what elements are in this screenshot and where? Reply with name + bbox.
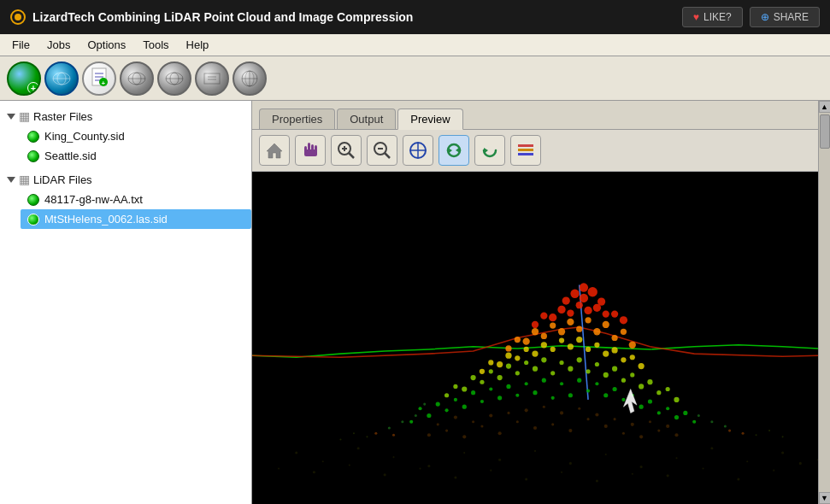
3d-visualization-area[interactable] [252, 172, 818, 504]
svg-point-94 [454, 416, 457, 419]
svg-marker-22 [267, 144, 282, 158]
svg-point-184 [611, 347, 617, 353]
file-tree-panel: ▦ Raster Files King_County.sid Seattle.s… [0, 101, 252, 504]
palette-button[interactable] [510, 135, 541, 166]
svg-marker-40 [484, 148, 488, 154]
scroll-up-arrow[interactable]: ▲ [819, 101, 831, 113]
svg-point-124 [418, 407, 421, 410]
svg-point-158 [524, 360, 528, 365]
raster-files-header[interactable]: ▦ Raster Files [0, 106, 251, 126]
svg-point-53 [569, 462, 572, 465]
file-status-icon-2 [27, 150, 39, 162]
scroll-thumb[interactable] [820, 114, 830, 149]
svg-point-45 [295, 451, 297, 454]
svg-point-208 [557, 306, 565, 314]
svg-point-81 [480, 425, 483, 427]
svg-point-49 [427, 465, 430, 467]
share-label: SHARE [774, 11, 809, 23]
export-button[interactable] [195, 62, 229, 96]
tree-item-seattle[interactable]: Seattle.sid [21, 146, 251, 166]
right-scrollbar[interactable]: ▲ ▼ [818, 101, 830, 504]
svg-point-117 [586, 389, 590, 392]
refresh-button[interactable] [439, 135, 469, 166]
svg-line-31 [349, 153, 354, 158]
globe-lines-icon [52, 72, 71, 85]
menu-help[interactable]: Help [180, 37, 216, 53]
svg-point-164 [630, 372, 634, 377]
document-icon: + [90, 67, 109, 90]
tree-item-king-county[interactable]: King_County.sid [21, 126, 251, 146]
svg-point-146 [550, 371, 555, 375]
svg-point-86 [568, 429, 572, 432]
svg-point-155 [470, 375, 475, 380]
svg-point-147 [568, 366, 573, 372]
reset-button[interactable] [474, 135, 505, 166]
svg-point-159 [541, 357, 546, 362]
settings-button[interactable] [120, 62, 154, 96]
svg-point-98 [525, 408, 528, 412]
svg-point-209 [576, 302, 583, 308]
svg-rect-44 [252, 188, 818, 489]
svg-point-197 [567, 319, 574, 325]
svg-point-99 [543, 406, 545, 408]
new-button[interactable]: + [82, 62, 116, 96]
add-file-button[interactable]: + [7, 62, 41, 96]
refresh-icon [444, 141, 463, 160]
menu-tools[interactable]: Tools [136, 37, 175, 53]
zoom-in-icon [337, 141, 356, 160]
svg-point-91 [657, 430, 660, 432]
tab-properties[interactable]: Properties [259, 108, 335, 129]
pan-button[interactable] [295, 135, 326, 166]
tree-item-48117[interactable]: 48117-g8-nw-AA.txt [21, 190, 251, 209]
zoom-fit-button[interactable] [403, 135, 433, 166]
svg-point-190 [576, 326, 582, 332]
svg-point-175 [621, 357, 626, 362]
grid-button[interactable] [233, 62, 267, 96]
menu-jobs[interactable]: Jobs [40, 37, 77, 53]
svg-point-114 [533, 390, 537, 395]
svg-point-177 [488, 360, 493, 365]
lidar-files-header[interactable]: ▦ LiDAR Files [0, 169, 251, 190]
svg-point-119 [621, 398, 625, 401]
svg-point-222 [698, 414, 700, 417]
tree-item-mtsthelens[interactable]: MtStHelens_0062.las.sid [21, 209, 251, 229]
scroll-down-arrow[interactable]: ▼ [819, 492, 831, 504]
svg-point-96 [489, 413, 492, 417]
svg-point-104 [631, 423, 634, 426]
tab-preview[interactable]: Preview [397, 108, 462, 130]
svg-point-170 [532, 350, 538, 356]
lidar-folder-icon: ▦ [19, 173, 30, 186]
svg-point-199 [603, 321, 609, 328]
svg-point-153 [674, 397, 679, 402]
share-button[interactable]: ⊕ SHARE [750, 7, 820, 27]
title-action-buttons: ♥ LIKE? ⊕ SHARE [682, 7, 820, 27]
svg-point-51 [498, 459, 501, 461]
svg-point-82 [498, 431, 502, 435]
like-button[interactable]: ♥ LIKE? [682, 7, 743, 27]
svg-point-115 [551, 396, 555, 400]
svg-point-110 [462, 405, 467, 409]
menu-options[interactable]: Options [80, 37, 132, 53]
3d-point-cloud-viz [252, 172, 818, 504]
seattle-filename: Seattle.sid [44, 149, 97, 162]
svg-point-162 [595, 362, 599, 366]
svg-point-90 [639, 435, 643, 438]
svg-point-85 [551, 423, 554, 425]
svg-point-129 [506, 384, 510, 389]
svg-point-183 [594, 343, 599, 348]
zoom-out-button[interactable] [367, 135, 397, 166]
home-button[interactable] [259, 135, 290, 166]
options-button[interactable] [157, 62, 191, 96]
svg-point-137 [648, 399, 652, 403]
svg-point-118 [603, 393, 608, 397]
svg-point-186 [505, 345, 511, 351]
open-button[interactable] [44, 62, 79, 96]
svg-point-107 [409, 420, 413, 424]
svg-point-80 [462, 435, 466, 438]
tab-output[interactable]: Output [337, 108, 396, 129]
svg-point-68 [561, 472, 562, 473]
zoom-in-button[interactable] [331, 135, 362, 166]
menu-file[interactable]: File [5, 37, 37, 53]
svg-point-212 [562, 296, 570, 304]
svg-point-178 [505, 353, 511, 359]
